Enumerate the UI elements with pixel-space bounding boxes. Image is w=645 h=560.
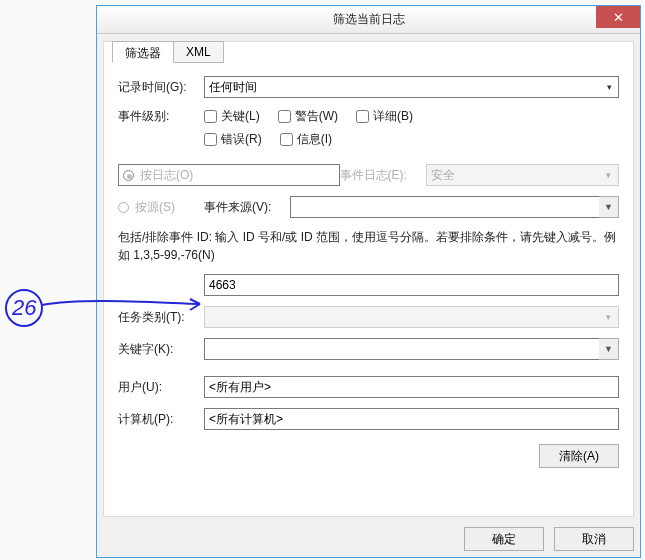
chk-warn[interactable]: 警告(W) (278, 108, 338, 125)
tab-filter-label: 筛选器 (125, 46, 161, 60)
annotation: 26 (2, 280, 102, 340)
source-label: 事件来源(V): (204, 199, 290, 216)
task-input (204, 306, 619, 328)
radio-bylog: 按日志(O) (118, 164, 340, 186)
chk-verbose-input[interactable] (356, 110, 369, 123)
radio-bysource-label: 按源(S) (135, 199, 175, 216)
chk-critical-label: 关键(L) (221, 108, 260, 125)
radio-bysource: 按源(S) (118, 199, 204, 216)
chk-critical-input[interactable] (204, 110, 217, 123)
titlebar: 筛选当前日志 ✕ (97, 6, 640, 34)
ok-button[interactable]: 确定 (464, 527, 544, 551)
user-label: 用户(U): (118, 379, 204, 396)
svg-point-0 (6, 290, 42, 326)
keywords-label: 关键字(K): (118, 341, 204, 358)
annotation-text: 26 (11, 295, 37, 320)
eventlog-input (426, 164, 620, 186)
source-combo[interactable]: ▼ (290, 196, 619, 218)
clear-button[interactable]: 清除(A) (539, 444, 619, 468)
logged-select[interactable] (204, 76, 619, 98)
content-panel: 筛选器 XML 记录时间(G): ▾ 事件级别: 关键(L) 警告(W) (103, 41, 634, 517)
radio-bylog-circle (123, 170, 134, 181)
cancel-button[interactable]: 取消 (554, 527, 634, 551)
dialog-window: 筛选当前日志 ✕ 筛选器 XML 记录时间(G): ▾ 事件级别: (96, 5, 641, 558)
chk-info-label: 信息(I) (297, 131, 332, 148)
chk-info-input[interactable] (280, 133, 293, 146)
close-button[interactable]: ✕ (596, 6, 640, 28)
close-icon: ✕ (613, 10, 624, 25)
eventlog-label: 事件日志(E): (340, 167, 426, 184)
tab-filter[interactable]: 筛选器 (112, 41, 174, 63)
tab-xml-label: XML (186, 45, 211, 59)
tab-xml[interactable]: XML (173, 41, 224, 63)
radio-bysource-circle (118, 202, 129, 213)
level-label: 事件级别: (118, 108, 204, 125)
chk-verbose-label: 详细(B) (373, 108, 413, 125)
chk-verbose[interactable]: 详细(B) (356, 108, 413, 125)
title-text: 筛选当前日志 (333, 11, 405, 28)
chk-warn-label: 警告(W) (295, 108, 338, 125)
chevron-down-icon: ▾ (599, 164, 619, 186)
chevron-down-icon: ▼ (599, 196, 619, 218)
computer-label: 计算机(P): (118, 411, 204, 428)
task-label: 任务类别(T): (118, 309, 204, 326)
chk-error-label: 错误(R) (221, 131, 262, 148)
logged-combo[interactable]: ▾ (204, 76, 619, 98)
chk-error[interactable]: 错误(R) (204, 131, 262, 148)
radio-bylog-label: 按日志(O) (140, 167, 193, 184)
chk-critical[interactable]: 关键(L) (204, 108, 260, 125)
chk-error-input[interactable] (204, 133, 217, 146)
form: 记录时间(G): ▾ 事件级别: 关键(L) 警告(W) 详细(B) 错误(R) (118, 76, 619, 468)
keywords-input[interactable] (204, 338, 619, 360)
tabstrip: 筛选器 XML (112, 41, 223, 63)
chk-warn-input[interactable] (278, 110, 291, 123)
logged-label: 记录时间(G): (118, 79, 204, 96)
chk-info[interactable]: 信息(I) (280, 131, 332, 148)
dialog-buttons: 确定 取消 (464, 527, 634, 551)
user-input[interactable] (204, 376, 619, 398)
event-id-input[interactable] (204, 274, 619, 296)
task-combo: ▾ (204, 306, 619, 328)
chevron-down-icon: ▼ (599, 338, 619, 360)
source-input[interactable] (290, 196, 619, 218)
computer-input[interactable] (204, 408, 619, 430)
keywords-combo[interactable]: ▼ (204, 338, 619, 360)
eventlog-combo: ▾ (426, 164, 620, 186)
chevron-down-icon: ▾ (599, 306, 619, 328)
help-text: 包括/排除事件 ID: 输入 ID 号和/或 ID 范围，使用逗号分隔。若要排除… (118, 228, 619, 264)
